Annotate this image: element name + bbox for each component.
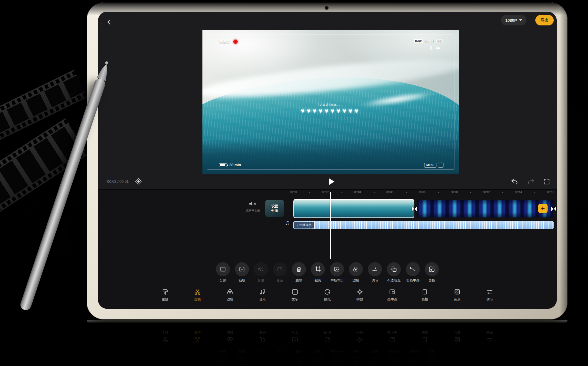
tab-music[interactable]: 音乐	[255, 288, 270, 302]
export-button[interactable]: 导出	[535, 15, 554, 25]
adjust-sliders-icon	[486, 288, 493, 296]
camcorder-icon	[436, 46, 440, 51]
tool-export-frame[interactable]: 单帧导出	[330, 262, 344, 283]
tab-canvas[interactable]: 画幅	[417, 288, 432, 302]
opacity-icon	[390, 266, 397, 273]
speed-icon	[277, 266, 283, 273]
transition-bowtie-icon	[411, 205, 418, 213]
undo-button[interactable]	[510, 177, 519, 186]
canvas-ratio-icon	[421, 288, 428, 296]
set-cover-button[interactable]: 设置 封面	[265, 200, 284, 217]
viewfinder-frame	[207, 34, 454, 170]
back-button[interactable]	[104, 15, 117, 29]
filter-icon	[226, 288, 234, 296]
audio-clip-label: 拍摄自然	[299, 223, 311, 227]
tab-edit[interactable]: 剪辑	[190, 288, 205, 302]
fullscreen-button[interactable]	[542, 177, 551, 186]
redo-icon	[527, 178, 535, 186]
audio-clip-chip: ♪ 拍摄自然	[294, 222, 314, 228]
tool-opacity[interactable]: 不透明度	[387, 262, 401, 283]
focus-badge: [F]	[432, 40, 435, 43]
video-track: +	[293, 199, 557, 218]
record-dot-icon	[233, 40, 238, 44]
undo-icon	[511, 178, 519, 186]
film-icon	[429, 46, 433, 51]
to-pip-icon	[409, 266, 416, 273]
tool-volume: 音量	[254, 262, 268, 283]
battery-indicator: 30 min	[219, 163, 241, 167]
resolution-value: 1080P	[505, 18, 517, 23]
crop-rotate-icon	[315, 266, 321, 273]
tab-pip[interactable]: 画中画	[385, 288, 400, 302]
transition-button-2[interactable]	[549, 205, 557, 213]
tab-background[interactable]: 背景	[450, 288, 465, 302]
loading-text: loading...	[202, 103, 459, 106]
scissors-icon	[194, 288, 201, 296]
resolution-dropdown[interactable]: 1080P	[501, 15, 526, 25]
tab-sticker[interactable]: 贴纸	[320, 288, 335, 302]
tool-filter[interactable]: 滤镜	[349, 262, 363, 283]
play-icon	[328, 178, 335, 185]
tool-split[interactable]: 分割	[216, 262, 230, 283]
tool-replace[interactable]: 更换	[425, 262, 439, 283]
pip-icon	[389, 288, 396, 296]
mute-original-sound-button[interactable]: 原声已关闭	[242, 200, 264, 213]
audio-track[interactable]: ♪ 拍摄自然	[293, 221, 554, 229]
replace-icon	[428, 266, 435, 273]
filter-icon	[352, 266, 359, 273]
video-clip-selected[interactable]	[293, 199, 414, 218]
tab-adjust[interactable]: 调节	[482, 288, 497, 302]
music-icon	[259, 288, 266, 296]
back-arrow-icon	[106, 18, 115, 26]
playback-right-controls	[510, 177, 551, 186]
add-clip-button[interactable]: +	[538, 204, 548, 213]
split-icon	[220, 266, 226, 273]
image-icon	[334, 266, 340, 273]
bottom-bars: 分割 截取 音量 变速	[98, 260, 557, 309]
hamburger-icon: ☰	[438, 163, 443, 168]
raw-badge: RAW	[414, 39, 423, 43]
tab-text[interactable]: 文字	[288, 288, 302, 302]
volume-icon	[258, 266, 264, 273]
keyframe-button[interactable]	[134, 176, 143, 186]
camera-overlay-icons	[429, 46, 440, 51]
video-clip-2[interactable]	[417, 200, 554, 217]
muted-speaker-icon	[248, 200, 258, 208]
audio-waveform	[293, 221, 554, 229]
hd-badge: HD	[436, 39, 443, 43]
tab-effects[interactable]: 特效	[352, 288, 367, 302]
sticker-icon	[324, 288, 331, 296]
tablet-screen: 1080P 导出 REC	[98, 12, 557, 309]
tablet-bezel-reflection	[87, 320, 567, 323]
tool-speed: 变速	[273, 262, 287, 283]
keyframe-diamond-icon	[135, 178, 142, 185]
mute-label: 原声已关闭	[242, 209, 264, 213]
camera-badges: RAW 16:9 [F] HD	[414, 39, 443, 43]
front-camera	[325, 6, 328, 9]
time-display: 00:02 / 00:51	[107, 179, 129, 184]
background-icon	[454, 288, 461, 296]
tool-delete[interactable]: 删除	[292, 262, 306, 283]
tool-adjust[interactable]: 调节	[368, 262, 382, 283]
export-label: 导出	[541, 17, 548, 23]
tab-theme[interactable]: 主题	[158, 288, 172, 302]
tab-filter[interactable]: 滤镜	[223, 288, 237, 302]
menu-indicator: Menu ☰	[424, 163, 443, 168]
transition-button-1[interactable]	[410, 205, 419, 213]
clip-tool-row: 分割 截取 音量 变速	[98, 262, 557, 283]
effects-star-icon	[356, 288, 364, 296]
fullscreen-icon	[543, 178, 550, 185]
tool-to-pip[interactable]: 切画中画	[406, 262, 420, 283]
theme-brush-icon	[161, 288, 169, 296]
scene: 1080P 导出 REC	[0, 0, 588, 366]
main-tab-bar: 主题 剪辑 滤镜 音乐	[98, 288, 557, 302]
transition-bowtie-icon	[550, 205, 557, 213]
play-button[interactable]	[327, 177, 336, 186]
tool-trim[interactable]: 截取	[235, 262, 249, 283]
text-icon	[291, 288, 299, 296]
tool-crop[interactable]: 裁剪	[311, 262, 325, 283]
ratio-badge: 16:9	[424, 40, 430, 43]
battery-icon	[219, 163, 227, 167]
video-preview[interactable]: REC RAW 16:9 [F] HD loading... ♥♥♥♥♥♥♥♥♥…	[202, 30, 459, 174]
redo-button	[526, 177, 535, 186]
